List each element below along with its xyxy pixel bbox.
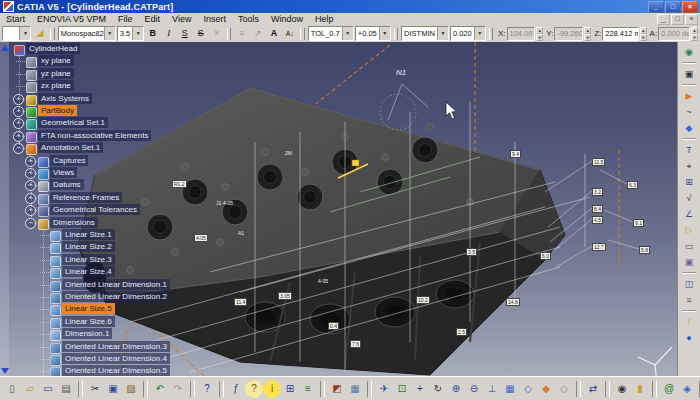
dimension-callout[interactable]: 6.3 [627, 181, 638, 189]
tree-row[interactable]: Oriented Linear Dimension.3 [0, 341, 185, 353]
zoom-in-icon[interactable]: ⊕ [447, 380, 465, 398]
tree-row[interactable]: −Dimensions [0, 217, 185, 229]
tree-row[interactable]: yz plane [0, 68, 185, 80]
iso-view-icon[interactable]: ◇ [519, 380, 537, 398]
tree-item-label[interactable]: Oriented Linear Dimension.1 [62, 279, 170, 290]
new-icon[interactable]: ▯ [3, 380, 21, 398]
tree-row[interactable]: Linear Size.3 [0, 254, 185, 266]
mdi-minimize-button[interactable]: _ [657, 14, 670, 25]
mdi-restore-button[interactable]: □ [671, 14, 684, 25]
save-icon[interactable]: ▭ [39, 380, 57, 398]
dimension-callout[interactable]: 12.7 [592, 243, 606, 251]
multi-view-icon[interactable]: ▦ [501, 380, 519, 398]
copy-icon[interactable]: ▣ [104, 380, 122, 398]
dimension-callout[interactable]: 8.4 [592, 205, 603, 213]
mail-icon[interactable]: @ [660, 380, 678, 398]
menu-item-window[interactable]: Window [265, 13, 309, 25]
tolerance-combo[interactable]: TOL_0.7▼ [308, 26, 354, 41]
eraser-icon[interactable]: ◈ [678, 380, 696, 398]
leader-button[interactable]: ⇗ [250, 26, 265, 41]
tree-item-label[interactable]: Linear Size.2 [62, 241, 115, 252]
material-icon[interactable]: ◩ [328, 380, 346, 398]
shaded-view-icon[interactable]: ◆ [537, 380, 555, 398]
tree-item-label[interactable]: Geometrical Tolerances [50, 204, 140, 215]
tree-item-label[interactable]: Reference Frames [50, 192, 122, 203]
text-color-button[interactable]: A [266, 26, 281, 41]
tree-item-label[interactable]: CylinderHead [26, 43, 80, 54]
align-button[interactable]: ≡ [234, 26, 249, 41]
paste-icon[interactable]: ▨ [122, 380, 140, 398]
z-spinner[interactable]: ▲▼ [640, 27, 647, 40]
tree-item-label[interactable]: Linear Size.3 [62, 254, 115, 265]
minimize-button[interactable]: _ [648, 1, 664, 13]
menu-item-enovia-v5-vpm[interactable]: ENOVIA V5 VPM [31, 13, 112, 25]
swap-view-icon[interactable]: ⇄ [584, 380, 602, 398]
tree-item-label[interactable]: yz plane [38, 68, 74, 79]
dimension-callout[interactable]: 7.6 [350, 340, 361, 348]
tree-row[interactable]: +Geometrical Tolerances [0, 204, 185, 216]
halftone-icon[interactable]: ▦ [346, 380, 364, 398]
font-combo[interactable]: Monospac821▼ [58, 26, 116, 41]
tree-row[interactable]: Linear Size.2 [0, 241, 185, 253]
paintbrush-icon[interactable]: ◢ [32, 26, 47, 41]
tree-item-label[interactable]: Oriented Linear Dimension.2 [62, 291, 170, 302]
tree-expand-toggle[interactable]: + [25, 156, 36, 167]
tree-expand-toggle[interactable]: + [13, 106, 24, 117]
menu-item-edit[interactable]: Edit [139, 13, 167, 25]
formula-icon[interactable]: ƒ [227, 380, 245, 398]
tree-row[interactable]: zx plane [0, 80, 185, 92]
tree-row[interactable]: Linear Size.5 [0, 303, 185, 315]
tree-row[interactable]: Linear Size.1 [0, 229, 185, 241]
tree-row[interactable]: xy plane [0, 55, 185, 67]
compass-help-icon[interactable]: ● [680, 330, 698, 346]
tree-item-label[interactable]: PartBody [38, 105, 77, 116]
tree-row[interactable]: Oriented Linear Dimension.4 [0, 353, 185, 365]
design-table-icon[interactable]: ⊞ [281, 380, 299, 398]
parameter-combo[interactable]: DISTMIN▼ [401, 26, 449, 41]
menu-item-tools[interactable]: Tools [232, 13, 265, 25]
structure-icon[interactable]: ≡ [299, 380, 317, 398]
y-field[interactable]: -99.260 m [554, 27, 583, 41]
camera-icon[interactable]: ▣ [680, 66, 698, 82]
tree-expand-toggle[interactable]: + [25, 205, 36, 216]
tree-collapse-toggle[interactable]: − [25, 218, 36, 229]
tree-expand-toggle[interactable]: + [13, 94, 24, 105]
tree-expand-toggle[interactable]: + [25, 180, 36, 191]
tree-item-label[interactable]: Oriented Linear Dimension.5 [62, 365, 170, 376]
tree-item-label[interactable]: FTA non-associative Elements [38, 130, 151, 141]
dimension-callout[interactable]: 2.5 [456, 328, 467, 336]
italic-button[interactable]: I [161, 26, 176, 41]
picture-icon[interactable]: ▣ [680, 254, 698, 270]
strike-button[interactable]: S [193, 26, 208, 41]
whats-this-icon[interactable]: ? [198, 380, 216, 398]
underline-button[interactable]: S [177, 26, 192, 41]
tree-row[interactable]: +Captures [0, 155, 185, 167]
annotation-frame-icon[interactable]: ▭ [680, 238, 698, 254]
tree-row[interactable]: −Annotation Set.1 [0, 142, 185, 154]
tree-item-label[interactable]: Annotation Set.1 [38, 142, 103, 153]
geometrical-tolerance-icon[interactable]: ⊞ [680, 174, 698, 190]
parameter-value-combo[interactable]: 0.020▼ [450, 26, 486, 41]
dimension-callout[interactable]: 5.8 [639, 246, 650, 254]
dimension-callout[interactable]: 4.5 [592, 216, 603, 224]
close-button[interactable]: × [682, 1, 698, 13]
tree-expand-toggle[interactable]: + [25, 168, 36, 179]
y-spinner[interactable]: ▲▼ [584, 27, 591, 40]
menu-item-insert[interactable]: Insert [197, 13, 232, 25]
text-with-leader-icon[interactable]: T [680, 142, 698, 158]
select-icon[interactable]: ▶ [680, 88, 698, 104]
tree-row[interactable]: +Reference Frames [0, 192, 185, 204]
dimension-callout[interactable]: 4.05 [194, 234, 208, 242]
dimension-callout[interactable]: 11.5 [592, 158, 605, 166]
pan-icon[interactable]: + [411, 380, 429, 398]
dimension-callout[interactable]: 14.8 [506, 298, 520, 306]
dimension-callout[interactable]: 3.5 [466, 248, 477, 256]
tree-item-label[interactable]: zx plane [38, 80, 74, 91]
tree-item-label[interactable]: Oriented Linear Dimension.4 [62, 353, 170, 364]
structure-tree-icon[interactable]: ≡ [680, 292, 698, 308]
tree-item-label[interactable]: Captures [50, 155, 88, 166]
a-field[interactable]: 0.000 deg [658, 27, 690, 41]
tree-expand-toggle[interactable]: + [13, 118, 24, 129]
x-field[interactable]: 104.097 m [507, 27, 536, 41]
restore-button[interactable]: □ [665, 1, 681, 13]
